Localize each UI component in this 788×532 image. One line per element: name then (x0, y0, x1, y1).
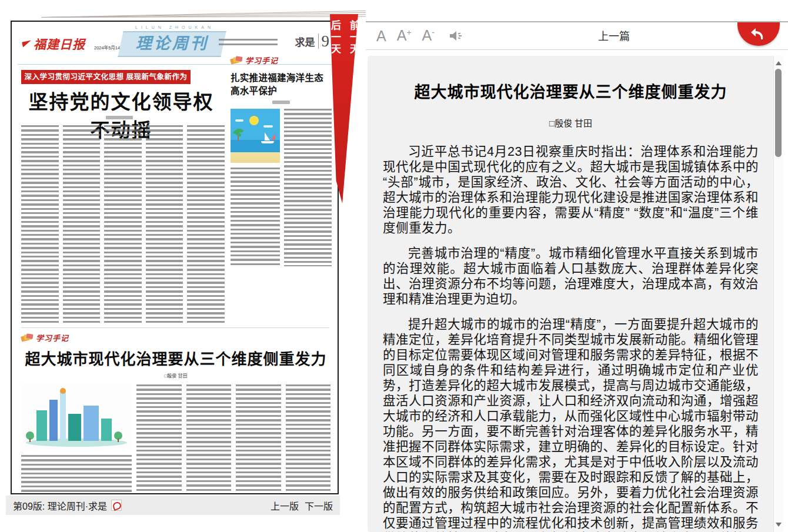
font-size-normal-button[interactable]: A (376, 29, 386, 44)
article-panel: 超大城市现代化治理要从三个维度侧重发力 □殷俊 甘田 习近平总书记4月23日视察… (368, 56, 783, 532)
micro-text-line (219, 44, 278, 46)
article-paragraph: 完善城市治理的“精度”。城市精细化管理水平直接关系到城市的治理效能。超大城市面临… (383, 246, 759, 307)
article-content: 超大城市现代化治理要从三个维度侧重发力 □殷俊 甘田 习近平总书记4月23日视察… (368, 56, 774, 532)
badge-label: 学习手记 (245, 55, 278, 66)
books-icon (21, 334, 33, 342)
theme-banner: 深入学习贯彻习近平文化思想 展现新气象新作为 (21, 70, 191, 84)
tree-icon (114, 431, 122, 440)
city-illustration (21, 384, 132, 450)
prev-day-button[interactable]: 前一天 (348, 20, 359, 203)
paper-logo: 福建日报 (22, 35, 85, 52)
flag-icon (22, 40, 32, 47)
article-paragraph: 习近平总书记4月23日视察重庆时指出：治理体系和治理能力现代化是中国式现代化的应… (383, 144, 759, 236)
newspaper-page-preview[interactable]: LILUN ZHOUKAN 福建日报 2024年5月14日 星期二 理论周刊 求… (11, 21, 339, 494)
return-arrow-icon (750, 26, 767, 42)
article-paragraph: 提升超大城市的城市的治理“精度”，一方面要提升超大城市的精准定位，差异化培育提升… (383, 317, 759, 532)
sea-illustration (231, 109, 280, 163)
lead-article-body-columns (21, 125, 225, 324)
text-column (146, 125, 183, 324)
text-column (236, 384, 281, 494)
text-column (231, 168, 280, 266)
text-column (286, 384, 331, 494)
weekly-masthead-banner: 理论周刊 (118, 31, 226, 57)
paper-name: 福建日报 (34, 35, 85, 52)
lead-article-author (106, 116, 133, 119)
page-number: 9 (322, 34, 330, 49)
side-article-author (272, 101, 290, 104)
text-column (104, 125, 142, 324)
pdf-icon[interactable] (111, 500, 122, 511)
text-column (21, 455, 132, 494)
text-column (21, 125, 59, 324)
text-column (187, 125, 225, 324)
badge-label: 学习手记 (36, 332, 69, 343)
tower-sphere (60, 388, 66, 394)
article-reader-pane: A A+ A- 上一篇 超大城市现代化治理要从三个维度侧重发力 □殷俊 甘田 习… (366, 0, 788, 532)
reader-toolbar: A A+ A- 上一篇 (366, 21, 788, 50)
scroll-down-arrow[interactable] (776, 523, 782, 527)
scrollbar[interactable] (773, 56, 783, 532)
cloud-icon (235, 119, 243, 122)
bottom-article-title[interactable]: 超大城市现代化治理要从三个维度侧重发力 (21, 347, 330, 369)
page-label: 第09版: 理论周刊·求是 (13, 498, 107, 513)
building (101, 419, 112, 441)
micro-text-line (219, 39, 278, 42)
building (68, 414, 81, 441)
scroll-up-arrow[interactable] (776, 61, 782, 65)
section-page-label: 求是 9 (295, 34, 330, 49)
font-size-decrease-button[interactable]: A- (422, 28, 435, 43)
bottom-article: 学习手记 超大城市现代化治理要从三个维度侧重发力 □殷俊 甘田 (21, 332, 330, 494)
bottom-article-author: □殷俊 甘田 (21, 372, 330, 379)
study-notes-badge: 学习手记 (231, 55, 332, 66)
side-article: 学习手记 扎实推进福建海洋生态高水平保护 (231, 55, 332, 266)
cloud-icon (263, 125, 273, 128)
side-article-body (231, 109, 332, 266)
building (36, 410, 47, 441)
read-aloud-speaker-icon[interactable] (449, 29, 464, 42)
scrollbar-thumb[interactable] (775, 69, 782, 157)
font-size-increase-button[interactable]: A+ (397, 28, 412, 43)
building (49, 400, 58, 441)
text-column (186, 384, 232, 494)
weekly-name: 理论周刊 (121, 32, 223, 55)
palm-tree-icon (234, 129, 242, 142)
sun-icon (249, 116, 259, 125)
prev-page-button[interactable]: 上一版 (271, 498, 299, 513)
divider (318, 34, 319, 49)
masthead-latin: LILUN ZHOUKAN (18, 25, 332, 29)
books-icon (231, 56, 242, 65)
side-article-title[interactable]: 扎实推进福建海洋生态高水平保护 (231, 71, 332, 96)
next-page-button[interactable]: 下一版 (305, 498, 333, 513)
article-body: 习近平总书记4月23日视察重庆时指出：治理体系和治理能力现代化是中国式现代化的应… (383, 144, 759, 532)
study-notes-badge: 学习手记 (21, 332, 330, 343)
text-column (136, 384, 182, 494)
article-divider (21, 327, 329, 328)
tower (60, 392, 66, 441)
text-column (63, 125, 101, 324)
page-navigation-bar: 第09版: 理论周刊·求是 上一版 下一版 (6, 496, 340, 515)
article-author: □殷俊 甘田 (383, 116, 759, 129)
editor-info-lines (219, 37, 278, 48)
building (84, 406, 99, 441)
sailboat-icon (260, 132, 275, 144)
text-column (284, 109, 332, 266)
bottom-article-body (21, 384, 330, 494)
tree-icon (26, 431, 34, 440)
previous-article-button[interactable]: 上一篇 (598, 22, 630, 51)
section-name: 求是 (295, 34, 315, 49)
article-title: 超大城市现代化治理要从三个维度侧重发力 (383, 79, 759, 102)
